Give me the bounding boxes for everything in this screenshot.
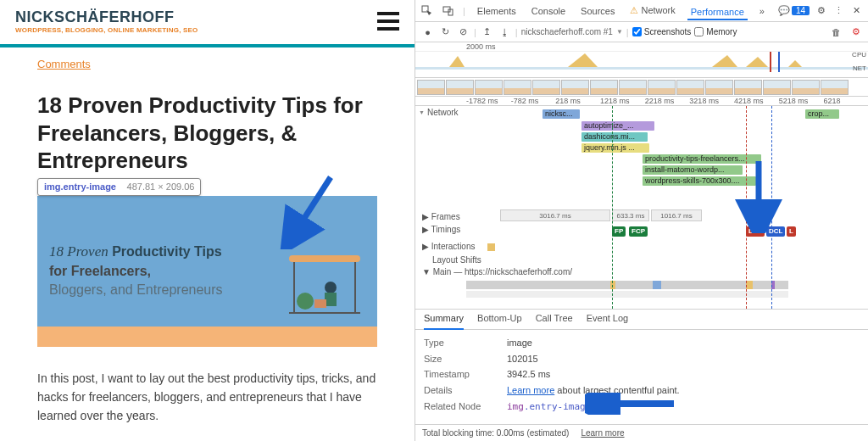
svg-rect-15 [610,281,615,289]
clear-icon[interactable]: ⊘ [456,25,470,39]
summary-key: Type [424,335,500,351]
track-layout-shifts[interactable]: Layout Shifts [415,255,868,265]
post-paragraph: Being a self-employed freelance writer a… [37,438,377,441]
network-bar[interactable]: install-matomo-wordp... [643,165,743,175]
ruler-tick: 2000 ms [466,42,567,51]
network-bar[interactable]: wordpress-skills-700x300.... [643,176,756,186]
marker-fcp[interactable]: FCP [629,226,648,237]
network-bar[interactable]: dashicons.mi... [581,132,648,142]
frame-block[interactable]: 1016.7 ms [651,209,702,221]
learn-more-link[interactable]: Learn more [507,385,554,395]
inspect-tooltip: img.entry-image 487.81 × 209.06 [37,178,201,196]
marker-fp[interactable]: FP [612,226,626,237]
tab-network[interactable]: Network [626,3,678,19]
svg-rect-17 [746,281,753,289]
device-toggle-icon[interactable] [442,4,454,17]
logo-tagline: WORDPRESS, BLOGGING, ONLINE MARKETING, S… [15,26,198,34]
upload-icon[interactable]: ↥ [480,25,494,39]
memory-checkbox[interactable]: Memory [694,27,737,36]
tab-event-log[interactable]: Event Log [587,313,629,326]
svg-point-4 [325,282,337,293]
devtools-pane: | Elements Console Sources Network Perfo… [415,0,868,441]
tab-performance[interactable]: Performance [687,4,748,20]
reload-icon[interactable]: ↻ [438,25,453,39]
main-flame-bars [415,279,868,304]
tab-summary[interactable]: Summary [424,313,464,330]
details-tabs: Summary Bottom-Up Call Tree Event Log [415,310,868,330]
frame-block[interactable]: 633.3 ms [612,209,649,221]
trash-icon[interactable]: 🗑 [829,25,843,39]
summary-value: 3942.5 ms [507,366,550,382]
summary-key: Size [424,351,500,367]
network-bar[interactable]: crop... [805,109,839,119]
svg-rect-16 [653,281,661,289]
summary-value: image [507,335,532,351]
flame-chart[interactable]: ▼Network nicksc... autoptimize_... dashi… [415,106,868,310]
close-icon[interactable]: ✕ [850,4,863,17]
track-timings[interactable]: ▶ Timings FP FCP LCP DCL L [415,225,868,240]
track-frames[interactable]: ▶ Frames 3016.7 ms 633.3 ms 1016.7 ms [415,208,868,225]
messages-badge[interactable]: 💬14 [778,5,810,16]
tab-elements[interactable]: Elements [474,3,520,19]
tab-sources[interactable]: Sources [577,3,618,19]
interaction-block [487,243,495,251]
svg-rect-11 [415,67,868,70]
marker-lcp[interactable]: LCP [746,226,765,237]
screenshots-checkbox[interactable]: Screenshots [632,27,692,36]
summary-key: Timestamp [424,366,500,382]
tooltip-selector: img.entry-image [44,181,116,192]
performance-toolbar: ● ↻ ⊘ | ↥ ⭳ | nickschaeferhoff.com #1 ▼ … [415,22,868,42]
comments-link[interactable]: Comments [37,58,91,72]
post-title: 18 Proven Productivity Tips for Freelanc… [37,92,377,175]
blocking-time-bar: Total blocking time: 0.00ms (estimated) … [415,424,868,441]
settings-icon[interactable]: ⚙ [815,4,827,17]
capture-settings-icon[interactable]: ⚙ [849,25,863,39]
tab-console[interactable]: Console [528,3,569,19]
recording-selector[interactable]: nickschaeferhoff.com #1 [521,27,613,36]
svg-rect-19 [466,291,788,298]
record-icon[interactable]: ● [420,25,435,39]
tab-bottom-up[interactable]: Bottom-Up [477,313,522,326]
learn-more-link[interactable]: Learn more [581,428,624,438]
hero-line1a: 18 Proven [49,243,108,260]
network-bar[interactable]: productivity-tips-freelancers... [643,154,761,164]
blocking-text: Total blocking time: 0.00ms (estimated) [422,428,569,438]
hero-illustration [284,250,365,327]
inspect-element-icon[interactable] [420,4,433,17]
network-bar[interactable]: autoptimize_... [581,121,654,131]
track-main[interactable]: ▼ Main — https://nickschaeferhoff.com/ [415,267,868,277]
overview-strip[interactable]: 2000 ms CPU NET [415,42,868,78]
related-node-link[interactable]: img.entry-image [507,399,591,416]
site-header: NICKSCHÄFERHOFF WORDPRESS, BLOGGING, ONL… [0,0,415,37]
tooltip-dimensions: 487.81 × 209.06 [127,181,195,192]
entry-image[interactable]: 18 Proven Productivity Tips for Freelanc… [37,196,377,347]
svg-point-7 [297,293,314,310]
download-icon[interactable]: ⭳ [498,25,512,39]
filmstrip[interactable] [415,78,868,97]
network-bar[interactable]: jquery.min.js ... [581,143,649,153]
track-interactions[interactable]: ▶ Interactions [415,242,868,254]
hero-text: 18 Proven Productivity Tips for Freelanc… [49,242,223,300]
track-network[interactable]: ▼Network [419,108,459,117]
kebab-menu-icon[interactable]: ⋮ [832,4,845,17]
network-bars: nicksc... autoptimize_... dashicons.mi..… [534,108,865,207]
tab-more[interactable]: » [756,3,768,19]
network-bar[interactable]: nicksc... [542,109,580,119]
hamburger-menu-icon[interactable] [377,12,399,31]
logo-text: NICKSCHÄFERHOFF [15,8,198,26]
marker-dcl[interactable]: DCL [766,226,785,237]
post-content: Comments 18 Proven Productivity Tips for… [0,47,415,441]
overview-cpu-label: CPU [852,51,866,59]
website-pane: NICKSCHÄFERHOFF WORDPRESS, BLOGGING, ONL… [0,0,415,441]
svg-rect-0 [289,255,360,262]
summary-key: Related Node [424,399,500,416]
summary-panel: Typeimage Size102015 Timestamp3942.5 ms … [415,330,868,424]
hero-line3: Bloggers, and Entrepreneurs [49,282,223,297]
frame-block[interactable]: 3016.7 ms [500,209,610,221]
site-logo: NICKSCHÄFERHOFF WORDPRESS, BLOGGING, ONL… [15,8,198,34]
marker-l[interactable]: L [787,226,796,237]
svg-rect-14 [466,281,788,289]
tab-call-tree[interactable]: Call Tree [536,313,573,326]
svg-rect-13 [778,52,780,72]
svg-rect-12 [770,52,771,72]
